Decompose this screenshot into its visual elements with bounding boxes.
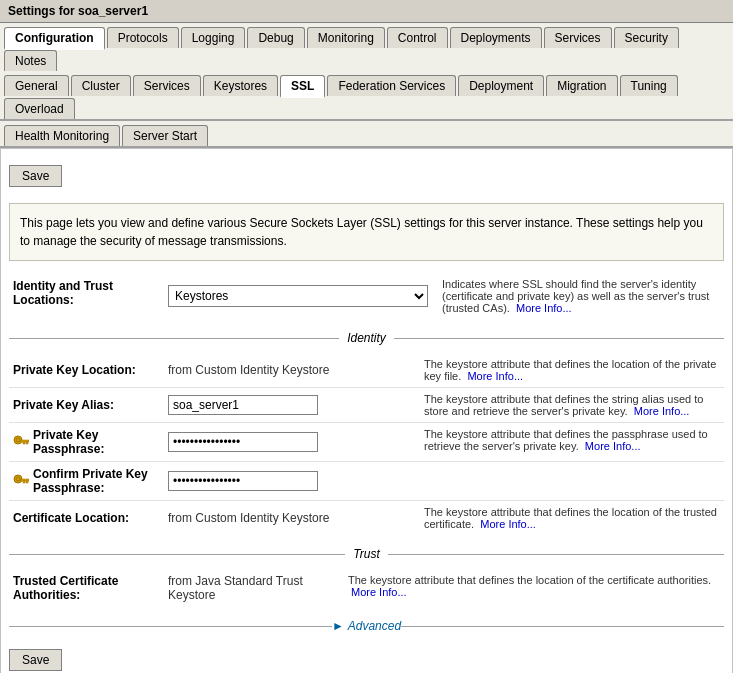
trusted-cert-authorities-desc: The keystore attribute that defines the …	[338, 569, 724, 607]
certificate-location-label: Certificate Location:	[9, 501, 164, 536]
trusted-cert-authorities-label: Trusted Certificate Authorities:	[9, 569, 164, 607]
trust-section-divider: Trust	[9, 547, 724, 561]
identity-trust-more-info[interactable]: More Info...	[516, 302, 572, 314]
description-text: This page lets you view and define vario…	[9, 203, 724, 261]
identity-trust-desc: Indicates where SSL should find the serv…	[432, 273, 724, 319]
private-key-passphrase-more-info[interactable]: More Info...	[585, 440, 641, 452]
tab-debug[interactable]: Debug	[247, 27, 304, 48]
identity-fields-table: Private Key Location: from Custom Identi…	[9, 353, 724, 535]
tab-notes[interactable]: Notes	[4, 50, 57, 71]
certificate-location-more-info[interactable]: More Info...	[480, 518, 536, 530]
tab-server-start[interactable]: Server Start	[122, 125, 208, 146]
private-key-passphrase-desc: The keystore attribute that defines the …	[414, 423, 724, 462]
advanced-label: Advanced	[348, 619, 401, 633]
tab-configuration[interactable]: Configuration	[4, 27, 105, 50]
private-key-alias-desc: The keystore attribute that defines the …	[414, 388, 724, 423]
confirm-passphrase-label: Confirm Private Key Passphrase:	[9, 462, 164, 501]
tab-services-sub[interactable]: Services	[133, 75, 201, 96]
tab-migration[interactable]: Migration	[546, 75, 617, 96]
tab-deployments[interactable]: Deployments	[450, 27, 542, 48]
trust-divider-left	[9, 554, 345, 555]
tab-health-monitoring[interactable]: Health Monitoring	[4, 125, 120, 146]
certificate-location-desc: The keystore attribute that defines the …	[414, 501, 724, 536]
tab-control[interactable]: Control	[387, 27, 448, 48]
svg-rect-3	[26, 442, 28, 444]
divider-line-right	[394, 338, 724, 339]
content-area: Save This page lets you view and define …	[0, 148, 733, 673]
private-key-alias-input[interactable]	[168, 395, 318, 415]
tab-services[interactable]: Services	[544, 27, 612, 48]
tab-row-2: General Cluster Services Keystores SSL F…	[0, 71, 733, 121]
save-button-bottom[interactable]: Save	[9, 649, 62, 671]
advanced-section-divider: ► Advanced	[9, 619, 724, 633]
private-key-passphrase-input-cell	[164, 423, 414, 462]
tab-federation-services[interactable]: Federation Services	[327, 75, 456, 96]
tab-row-1: Configuration Protocols Logging Debug Mo…	[0, 23, 733, 71]
tab-security[interactable]: Security	[614, 27, 679, 48]
tab-row-3: Health Monitoring Server Start	[0, 121, 733, 148]
private-key-alias-label: Private Key Alias:	[9, 388, 164, 423]
trusted-cert-authorities-value: from Java Standard Trust Keystore	[164, 569, 338, 607]
trust-divider-right	[388, 554, 724, 555]
private-key-passphrase-input[interactable]	[168, 432, 318, 452]
advanced-toggle[interactable]: ► Advanced	[332, 619, 401, 633]
tab-general[interactable]: General	[4, 75, 69, 96]
tab-ssl[interactable]: SSL	[280, 75, 325, 98]
tab-keystores[interactable]: Keystores	[203, 75, 278, 96]
trust-section-label: Trust	[345, 547, 387, 561]
svg-rect-4	[23, 442, 25, 444]
identity-section-label: Identity	[339, 331, 394, 345]
tab-cluster[interactable]: Cluster	[71, 75, 131, 96]
advanced-divider-right	[401, 626, 724, 627]
private-key-location-value: from Custom Identity Keystore	[164, 353, 414, 388]
confirm-passphrase-input-cell	[164, 462, 414, 501]
identity-section-divider: Identity	[9, 331, 724, 345]
private-key-location-label: Private Key Location:	[9, 353, 164, 388]
trusted-cert-authorities-more-info[interactable]: More Info...	[351, 586, 407, 598]
key-icon-confirm	[13, 474, 29, 488]
trust-fields-table: Trusted Certificate Authorities: from Ja…	[9, 569, 724, 607]
tab-tuning[interactable]: Tuning	[620, 75, 678, 96]
tab-deployment[interactable]: Deployment	[458, 75, 544, 96]
tab-overload[interactable]: Overload	[4, 98, 75, 119]
confirm-passphrase-desc	[414, 462, 724, 501]
private-key-location-desc: The keystore attribute that defines the …	[414, 353, 724, 388]
svg-rect-2	[21, 440, 29, 442]
identity-trust-label: Identity and Trust Locations:	[9, 273, 164, 319]
identity-trust-input-cell: Keystores	[164, 273, 432, 319]
identity-trust-dropdown[interactable]: Keystores	[168, 285, 428, 307]
tab-monitoring[interactable]: Monitoring	[307, 27, 385, 48]
svg-rect-7	[21, 479, 29, 481]
advanced-divider-left	[9, 626, 332, 627]
divider-line-left	[9, 338, 339, 339]
private-key-location-more-info[interactable]: More Info...	[467, 370, 523, 382]
tab-protocols[interactable]: Protocols	[107, 27, 179, 48]
tab-logging[interactable]: Logging	[181, 27, 246, 48]
certificate-location-value: from Custom Identity Keystore	[164, 501, 414, 536]
window-title: Settings for soa_server1	[0, 0, 733, 23]
advanced-arrow-icon: ►	[332, 619, 344, 633]
save-button-top[interactable]: Save	[9, 165, 62, 187]
private-key-alias-more-info[interactable]: More Info...	[634, 405, 690, 417]
private-key-passphrase-label: Private Key Passphrase:	[9, 423, 164, 462]
key-icon	[13, 435, 29, 449]
confirm-passphrase-input[interactable]	[168, 471, 318, 491]
svg-rect-8	[26, 481, 28, 483]
private-key-alias-input-cell	[164, 388, 414, 423]
svg-rect-9	[23, 481, 25, 483]
identity-trust-table: Identity and Trust Locations: Keystores …	[9, 273, 724, 319]
